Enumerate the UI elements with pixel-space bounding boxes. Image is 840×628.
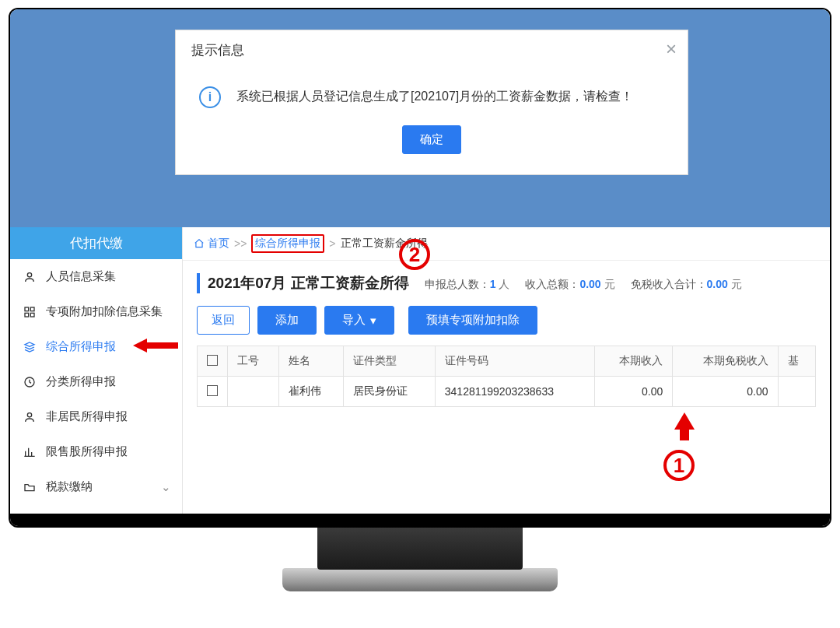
checkbox-row[interactable] xyxy=(207,385,218,396)
import-button[interactable]: 导入▾ xyxy=(324,306,394,335)
confirm-button[interactable]: 确定 xyxy=(402,125,461,154)
sidebar: 代扣代缴 人员信息采集 专项附加扣除信息采集 综合所得申报 分类所得申报 xyxy=(10,227,183,514)
modal-message: 系统已根据人员登记信息生成了[202107]月份的工资薪金数据，请检查！ xyxy=(236,85,633,108)
table-header-row: 工号 姓名 证件类型 证件号码 本期收入 本期免税收入 基 xyxy=(198,346,816,377)
stat-label: 收入总额： xyxy=(525,278,579,290)
cell-idtype: 居民身份证 xyxy=(343,377,435,407)
close-icon[interactable]: × xyxy=(666,40,677,58)
chevron-down-icon: ▾ xyxy=(370,314,376,328)
sidebar-item-label: 人员信息采集 xyxy=(46,269,116,284)
modal-body: i 系统已根据人员登记信息生成了[202107]月份的工资薪金数据，请检查！ xyxy=(176,71,688,114)
toolbar: 返回 添加 导入▾ 预填专项附加扣除 xyxy=(197,293,816,346)
sidebar-item-label: 综合所得申报 xyxy=(46,339,116,354)
col-idno[interactable]: 证件号码 xyxy=(435,346,594,377)
sidebar-item-deduction[interactable]: 专项附加扣除信息采集 xyxy=(10,294,182,329)
stat-unit: 人 xyxy=(499,278,509,290)
grid-icon xyxy=(23,306,37,318)
home-icon xyxy=(194,238,205,249)
cell-idno: 341281199203238633 xyxy=(435,377,594,407)
stat-label: 申报总人数： xyxy=(425,278,490,290)
breadcrumb-home-label: 首页 xyxy=(208,237,229,251)
content: 2021年07月 正常工资薪金所得 申报总人数：1 人 收入总额：0.00 元 … xyxy=(183,261,830,407)
top-band: 提示信息 × i 系统已根据人员登记信息生成了[202107]月份的工资薪金数据… xyxy=(10,9,830,227)
prefill-button[interactable]: 预填专项附加扣除 xyxy=(408,306,537,335)
annotation-arrow-up xyxy=(674,412,695,430)
svg-rect-4 xyxy=(30,313,34,317)
checkbox-all[interactable] xyxy=(207,355,218,366)
sidebar-item-classified[interactable]: 分类所得申报 xyxy=(10,364,182,399)
stat-label: 免税收入合计： xyxy=(631,278,707,290)
back-button[interactable]: 返回 xyxy=(197,306,250,335)
import-label: 导入 xyxy=(342,313,366,328)
clock-icon xyxy=(23,376,37,388)
monitor-stand xyxy=(317,528,523,570)
svg-point-0 xyxy=(27,272,31,276)
col-empno[interactable]: 工号 xyxy=(228,346,279,377)
sidebar-item-nonresident[interactable]: 非居民所得申报 xyxy=(10,399,182,434)
page-title: 2021年07月 正常工资薪金所得 xyxy=(197,273,409,293)
col-base[interactable]: 基 xyxy=(778,346,815,377)
svg-point-7 xyxy=(27,412,31,416)
col-name[interactable]: 姓名 xyxy=(278,346,343,377)
cell-income[interactable]: 0.00 xyxy=(594,377,673,407)
stat-income: 收入总额：0.00 元 xyxy=(525,278,614,292)
sidebar-item-tax-payment[interactable]: 税款缴纳 ⌄ xyxy=(10,469,182,504)
annotation-arrow-icon xyxy=(133,335,180,356)
data-table: 工号 姓名 证件类型 证件号码 本期收入 本期免税收入 基 xyxy=(197,346,816,407)
monitor-frame: 提示信息 × i 系统已根据人员登记信息生成了[202107]月份的工资薪金数据… xyxy=(9,8,831,528)
stat-value: 1 xyxy=(490,278,496,290)
modal-title: 提示信息 xyxy=(191,43,244,58)
breadcrumb: 首页 >> 综合所得申报 > 正常工资薪金所得 xyxy=(183,227,830,261)
sidebar-item-comprehensive[interactable]: 综合所得申报 xyxy=(10,329,182,364)
annotation-1: 1 xyxy=(663,450,695,481)
svg-marker-5 xyxy=(133,339,178,353)
stat-unit: 元 xyxy=(731,278,742,290)
col-taxfree[interactable]: 本期免税收入 xyxy=(673,346,778,377)
sidebar-item-label: 专项附加扣除信息采集 xyxy=(46,304,163,319)
modal-footer: 确定 xyxy=(176,114,688,174)
sidebar-title: 代扣代缴 xyxy=(10,227,182,259)
chart-icon xyxy=(23,446,37,458)
svg-rect-2 xyxy=(30,307,34,311)
svg-rect-3 xyxy=(25,313,29,317)
person2-icon xyxy=(23,411,37,423)
modal-header: 提示信息 × xyxy=(176,30,688,71)
stat-taxfree: 免税收入合计：0.00 元 xyxy=(631,278,742,292)
cell-base xyxy=(778,377,815,407)
cell-taxfree[interactable]: 0.00 xyxy=(673,377,778,407)
sidebar-item-restricted-stock[interactable]: 限售股所得申报 xyxy=(10,434,182,469)
sidebar-item-label: 税款缴纳 xyxy=(46,479,93,494)
stat-people: 申报总人数：1 人 xyxy=(425,278,510,292)
monitor-stand-base xyxy=(282,568,558,591)
add-button[interactable]: 添加 xyxy=(257,306,317,335)
stat-unit: 元 xyxy=(604,278,615,290)
stat-value: 0.00 xyxy=(579,278,600,290)
svg-rect-1 xyxy=(25,307,29,311)
stat-value: 0.00 xyxy=(707,278,728,290)
main: 首页 >> 综合所得申报 > 正常工资薪金所得 2 2021年07月 正常工资薪… xyxy=(183,227,830,514)
sidebar-item-personnel[interactable]: 人员信息采集 xyxy=(10,259,182,294)
col-income[interactable]: 本期收入 xyxy=(594,346,673,377)
breadcrumb-current: 正常工资薪金所得 xyxy=(341,237,428,251)
app: 代扣代缴 人员信息采集 专项附加扣除信息采集 综合所得申报 分类所得申报 xyxy=(10,227,830,514)
breadcrumb-sep: >> xyxy=(234,237,247,250)
sidebar-item-label: 分类所得申报 xyxy=(46,374,116,389)
cell-name: 崔利伟 xyxy=(278,377,343,407)
breadcrumb-link[interactable]: 综合所得申报 xyxy=(251,234,324,253)
stack-icon xyxy=(23,341,37,353)
bezel-bottom xyxy=(10,514,830,526)
cell-empno xyxy=(228,377,279,407)
page-head: 2021年07月 正常工资薪金所得 申报总人数：1 人 收入总额：0.00 元 … xyxy=(197,273,816,293)
sidebar-item-label: 非居民所得申报 xyxy=(46,409,128,424)
col-idtype[interactable]: 证件类型 xyxy=(343,346,435,377)
table-row[interactable]: 崔利伟 居民身份证 341281199203238633 0.00 0.00 xyxy=(198,377,816,407)
info-icon: i xyxy=(199,86,221,108)
folder-icon xyxy=(23,481,37,493)
breadcrumb-sep: > xyxy=(329,237,335,250)
person-icon xyxy=(23,271,37,283)
chevron-down-icon: ⌄ xyxy=(161,480,171,494)
sidebar-item-label: 限售股所得申报 xyxy=(46,444,128,459)
alert-modal: 提示信息 × i 系统已根据人员登记信息生成了[202107]月份的工资薪金数据… xyxy=(175,30,688,175)
breadcrumb-home[interactable]: 首页 xyxy=(194,237,229,251)
